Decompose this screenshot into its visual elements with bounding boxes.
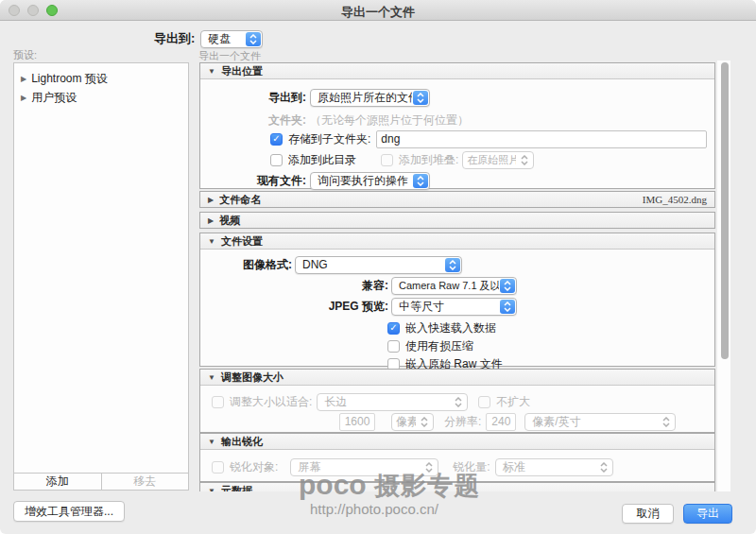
preset-item-label: Lightroom 预设 [31,71,108,87]
section-header-export-location[interactable]: ▼ 导出位置 [200,63,714,78]
section-video: ▶ 视频 [199,212,715,229]
section-header-metadata[interactable]: ▼ 元数据 [200,483,714,491]
disclosure-collapsed-icon: ▶ [208,196,214,204]
export-to-location-label: 导出到: [200,90,306,106]
add-to-catalog-checkbox[interactable] [270,154,283,166]
lossy-compression-checkbox[interactable] [387,340,400,353]
chevron-up-down-icon [445,258,460,272]
subfolder-label: 存储到子文件夹: [288,131,370,147]
chevron-up-down-icon [596,460,611,474]
preset-list: ▶ Lightroom 预设 ▶ 用户预设 [14,63,188,473]
settings-scroll-area: ▼ 导出位置 导出到: 原始照片所在的文件夹 文件夹: （无论每个源照片位于何位… [199,60,730,491]
hard-drive-select[interactable]: 硬盘 [200,30,263,48]
presets-panel: ▶ Lightroom 预设 ▶ 用户预设 添加 移去 [13,62,189,491]
size-input [339,413,375,431]
existing-files-select[interactable]: 询问要执行的操作 [310,172,430,190]
section-metadata: ▼ 元数据 [199,482,715,491]
section-header-video[interactable]: ▶ 视频 [200,213,714,228]
chevron-up-down-icon [413,91,428,105]
disclosure-collapsed-icon[interactable]: ▶ [21,75,26,83]
section-header-file-settings[interactable]: ▼ 文件设置 [200,233,714,249]
export-dialog-window: 导出一个文件 导出到: 硬盘 预设: ▶ Lightroom 预设 ▶ 用户预设… [0,0,756,534]
jpeg-preview-label: JPEG 预览: [200,299,388,315]
check-icon: ✓ [272,134,280,144]
sharpen-for-label: 锐化对象: [230,459,278,475]
disclosure-open-icon: ▼ [208,237,215,246]
chevron-up-down-icon [417,415,432,429]
preset-item-lightroom[interactable]: ▶ Lightroom 预设 [14,69,188,88]
preset-item-label: 用户预设 [31,90,77,106]
section-image-sizing: ▼ 调整图像大小 调整大小以适合: 长边 不扩大 [199,369,715,433]
fast-load-checkbox[interactable]: ✓ [387,322,400,335]
compatibility-label: 兼容: [200,278,388,294]
section-body-image-sizing: 调整大小以适合: 长边 不扩大 像素 [200,385,714,432]
preset-actions: 添加 移去 [14,473,188,490]
chevron-up-down-icon [413,174,428,188]
remove-preset-button: 移去 [102,474,189,490]
resize-fit-select: 长边 [317,393,468,411]
subfolder-checkbox[interactable]: ✓ [270,133,283,146]
presets-label: 预设: [13,48,37,62]
resolution-input [486,413,516,431]
section-header-file-naming[interactable]: ▶ 文件命名 IMG_4502.dng [200,192,714,207]
folder-label: 文件夹: [200,112,306,129]
section-export-location: ▼ 导出位置 导出到: 原始照片所在的文件夹 文件夹: （无论每个源照片位于何位… [199,62,715,189]
sharpen-for-checkbox[interactable] [212,461,224,474]
image-format-label: 图像格式: [200,257,292,273]
chevron-up-down-icon [500,279,515,293]
add-to-catalog-label: 添加到此目录 [288,152,356,168]
dont-enlarge-checkbox [478,396,490,408]
resolution-unit-select: 像素/英寸 [524,413,676,431]
compatibility-select[interactable]: Camera Raw 7.1 及以上 [391,277,517,295]
section-body-output-sharpening: 锐化对象: 屏幕 锐化量: 标准 [200,449,714,481]
title-bar: 导出一个文件 [0,0,756,21]
chevron-up-down-icon [659,415,674,429]
export-button[interactable]: 导出 [683,504,732,524]
section-header-output-sharpening[interactable]: ▼ 输出锐化 [200,434,714,449]
plugin-manager-button[interactable]: 增效工具管理器... [13,501,125,522]
disclosure-open-icon: ▼ [208,67,215,76]
sharpen-amount-label: 锐化量: [453,459,490,475]
disclosure-open-icon: ▼ [208,373,215,382]
section-body-file-settings: 图像格式: DNG 兼容: Camera Raw 7.1 及以上 [200,249,714,366]
image-format-select[interactable]: DNG [295,256,462,274]
window-title: 导出一个文件 [0,4,756,21]
add-preset-button[interactable]: 添加 [14,474,102,490]
export-to-location-select[interactable]: 原始照片所在的文件夹 [310,89,430,107]
add-to-stack-checkbox [381,154,393,166]
jpeg-preview-select[interactable]: 中等尺寸 [391,298,517,316]
export-destination-row: 导出到: 硬盘 [154,29,263,48]
watermark-url: http://photo.poco.cn/ [310,502,480,516]
disclosure-open-icon: ▼ [208,438,215,446]
scrollbar-track[interactable] [716,60,730,491]
disclosure-collapsed-icon[interactable]: ▶ [21,94,26,102]
preset-item-user[interactable]: ▶ 用户预设 [14,88,188,107]
disclosure-collapsed-icon: ▶ [208,216,214,225]
lossy-compression-label: 使用有损压缩 [405,338,473,354]
resize-fit-label: 调整大小以适合: [230,394,312,410]
folder-note: （无论每个源照片位于何位置） [310,112,469,129]
existing-files-label: 现有文件: [200,173,306,189]
check-icon: ✓ [389,323,397,333]
chevron-up-down-icon [517,153,532,167]
dont-enlarge-label: 不扩大 [496,394,530,410]
cancel-button[interactable]: 取消 [622,504,674,524]
chevron-up-down-icon [421,460,437,474]
sharpen-for-select: 屏幕 [290,458,438,476]
resolution-label: 分辨率: [444,414,481,430]
section-file-naming: ▶ 文件命名 IMG_4502.dng [199,191,715,208]
add-to-stack-label: 添加到堆叠: [399,152,458,168]
chevron-up-down-icon [246,32,261,46]
section-body-export-location: 导出到: 原始照片所在的文件夹 文件夹: （无论每个源照片位于何位置） ✓ [200,78,714,188]
section-header-image-sizing[interactable]: ▼ 调整图像大小 [200,370,714,385]
fast-load-label: 嵌入快速载入数据 [405,320,496,336]
subfolder-name-input[interactable] [376,130,707,148]
chevron-up-down-icon [451,395,466,409]
section-output-sharpening: ▼ 输出锐化 锐化对象: 屏幕 锐化量: 标准 [199,433,715,482]
stack-position-select: 在原始照片下方 [462,151,534,169]
resize-checkbox[interactable] [212,396,224,408]
scrollbar-thumb[interactable] [721,62,729,359]
sharpen-amount-select: 标准 [495,458,613,476]
size-unit-select: 像素 [391,413,434,431]
export-to-label: 导出到: [154,30,195,47]
